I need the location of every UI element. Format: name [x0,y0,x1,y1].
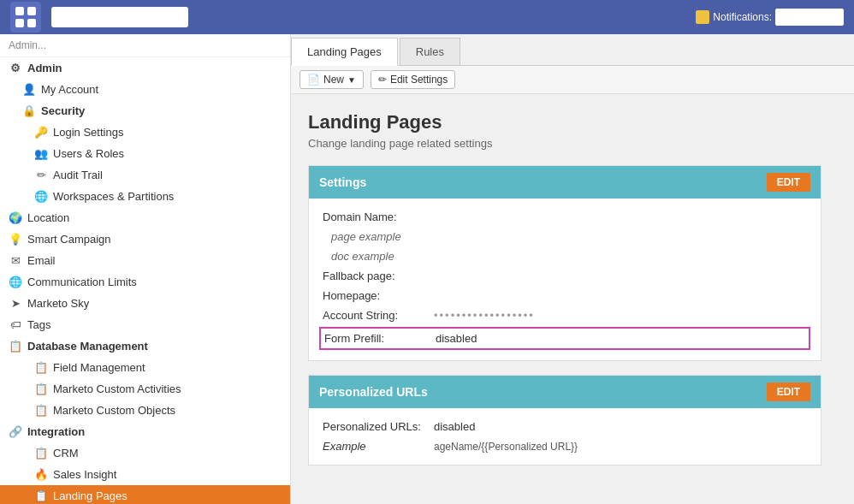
sidebar-item-communication-limits[interactable]: 🌐 Communication Limits [0,271,290,293]
sidebar-login-settings-label: Login Settings [53,126,123,139]
security-icon: 🔒 [22,104,36,117]
sidebar-email-label: Email [27,254,56,267]
fallback-page-label: Fallback page: [323,270,395,282]
example-label: Example [323,440,434,453]
sidebar-item-audit-trail[interactable]: ✏ Audit Trail [0,164,290,186]
svg-rect-2 [15,19,24,27]
field-mgmt-icon: 📋 [34,361,48,374]
settings-edit-button[interactable]: EDIT [767,173,810,192]
sidebar-integration-label: Integration [27,425,85,438]
settings-card-body: Domain Name: page example doc example Fa… [309,199,821,360]
sidebar-item-smart-campaign[interactable]: 💡 Smart Campaign [0,228,290,250]
new-button[interactable]: 📄 New ▼ [299,70,364,89]
form-prefill-container: Form Prefill: disabled Must be enabled [323,327,807,350]
integration-icon: 🔗 [9,425,22,438]
form-prefill-label: Form Prefill: [324,332,436,345]
sidebar-item-marketo-sky[interactable]: ➤ Marketo Sky [0,293,290,314]
edit-settings-label: Edit Settings [390,74,448,86]
settings-header-title: Settings [319,175,366,189]
search-input[interactable] [51,7,188,27]
sidebar-custom-objects-label: Marketo Custom Objects [53,404,175,417]
svg-rect-3 [27,19,36,27]
content-area: Landing Pages Rules 📄 New ▼ ✏ Edit Setti… [291,34,854,504]
domain-name-label: Domain Name: [323,210,397,223]
sidebar-workspaces-label: Workspaces & Partitions [53,190,174,203]
fallback-page-row: Fallback page: [323,266,807,286]
sidebar-item-landing-pages[interactable]: 📋 Landing Pages [0,485,290,504]
sidebar-crm-label: CRM [53,447,79,460]
account-string-label: Account String: [323,309,434,322]
doc-example-text: doc example [331,250,394,263]
new-icon: 📄 [307,74,320,86]
sidebar-item-workspaces[interactable]: 🌐 Workspaces & Partitions [0,186,290,207]
homepage-row: Homepage: [323,286,807,305]
database-mgmt-icon: 📋 [9,340,22,353]
sidebar-item-tags[interactable]: 🏷 Tags [0,314,290,335]
sidebar-smart-campaign-label: Smart Campaign [27,233,111,246]
edit-settings-button[interactable]: ✏ Edit Settings [371,70,455,89]
notifications-input[interactable] [775,9,844,26]
page-content: Landing Pages Change landing page relate… [291,94,854,504]
sidebar-item-crm[interactable]: 📋 CRM [0,442,290,464]
new-button-label: New [323,74,344,86]
sidebar-item-marketo-custom-objects[interactable]: 📋 Marketo Custom Objects [0,400,290,421]
app-logo [10,2,41,33]
page-subtitle: Change landing page related settings [308,137,837,150]
audit-trail-icon: ✏ [34,169,48,181]
sidebar-tags-label: Tags [27,318,50,331]
account-string-value: •••••••••••••••••• [434,309,535,322]
sidebar-my-account-label: My Account [41,83,98,96]
sidebar-item-email[interactable]: ✉ Email [0,250,290,271]
tabs-bar: Landing Pages Rules [291,34,854,66]
tab-landing-pages[interactable]: Landing Pages [291,38,398,66]
personalized-urls-card: Personalized URLs EDIT Personalized URLs… [308,375,821,465]
sidebar-item-marketo-custom-activities[interactable]: 📋 Marketo Custom Activities [0,378,290,400]
sidebar-item-database-management[interactable]: 📋 Database Management [0,335,290,357]
sidebar-comm-limits-label: Communication Limits [27,276,137,288]
sidebar-item-login-settings[interactable]: 🔑 Login Settings [0,122,290,143]
sidebar-item-my-account[interactable]: 👤 My Account [0,79,290,100]
form-prefill-row: Form Prefill: disabled [319,327,810,350]
new-dropdown-icon: ▼ [347,75,356,85]
sidebar-admin-label: Admin... [0,34,290,57]
main-layout: Admin... ⚙ Admin 👤 My Account 🔒 Security… [0,34,854,504]
settings-card: Settings EDIT Domain Name: page example … [308,165,821,361]
sidebar-security-label: Security [41,104,85,117]
my-account-icon: 👤 [22,83,36,96]
admin-icon: ⚙ [9,62,22,74]
sidebar-item-admin[interactable]: ⚙ Admin [0,57,290,79]
sidebar: Admin... ⚙ Admin 👤 My Account 🔒 Security… [0,34,291,504]
sidebar-item-field-management[interactable]: 📋 Field Management [0,357,290,378]
notifications-area: Notifications: [696,9,844,26]
comm-limits-icon: 🌐 [9,276,22,288]
crm-icon: 📋 [34,447,48,460]
sidebar-database-mgmt-label: Database Management [27,340,148,353]
svg-rect-1 [27,7,36,15]
sidebar-item-users-roles[interactable]: 👥 Users & Roles [0,143,290,164]
users-roles-icon: 👥 [34,147,48,160]
personalized-urls-edit-button[interactable]: EDIT [767,382,810,401]
personalized-urls-row: Personalized URLs: disabled [323,417,807,436]
login-settings-icon: 🔑 [34,126,48,139]
tags-icon: 🏷 [9,318,22,331]
personalized-urls-card-body: Personalized URLs: disabled Example ageN… [309,408,821,465]
personalized-urls-card-header: Personalized URLs EDIT [309,376,821,408]
sidebar-location-label: Location [27,211,69,224]
email-icon: ✉ [9,254,22,267]
tab-rules[interactable]: Rules [400,38,460,65]
sidebar-field-mgmt-label: Field Management [53,361,145,374]
sidebar-landing-pages-label: Landing Pages [53,489,128,502]
homepage-label: Homepage: [323,289,380,302]
app-header: Notifications: [0,0,854,34]
landing-pages-sidebar-icon: 📋 [34,489,48,502]
sidebar-item-location[interactable]: 🌍 Location [0,207,290,228]
doc-example-row: doc example [323,246,807,266]
custom-activities-icon: 📋 [34,382,48,395]
edit-settings-icon: ✏ [378,74,387,86]
workspaces-icon: 🌐 [34,190,48,203]
sidebar-item-security[interactable]: 🔒 Security [0,100,290,122]
form-prefill-value: disabled [436,332,477,345]
sidebar-item-integration[interactable]: 🔗 Integration [0,421,290,442]
sidebar-item-sales-insight[interactable]: 🔥 Sales Insight [0,464,290,485]
marketo-sky-icon: ➤ [9,297,22,310]
